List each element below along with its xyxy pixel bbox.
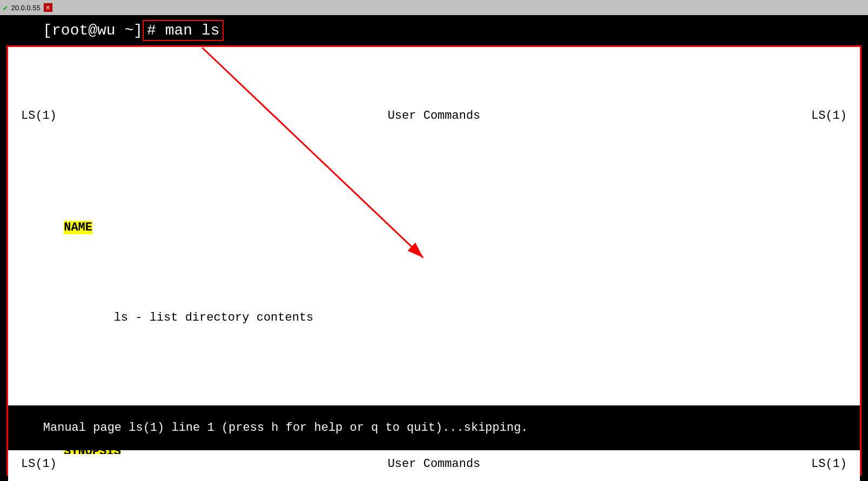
name-description: ls - list directory contents (21, 293, 847, 344)
header-left: LS(1) (21, 107, 57, 125)
title-bar: ✔ 20.0.0.55 ✕ (0, 0, 868, 15)
status-suffix: ...skipping. (442, 421, 528, 435)
footer-right: LS(1) (811, 457, 847, 471)
footer-left: LS(1) (21, 457, 57, 471)
man-header: LS(1) User Commands LS(1) (21, 107, 847, 125)
prompt: [root@wu ~] (43, 22, 143, 39)
status-text: Manual page ls(1) line 1 (press h for he… (43, 421, 442, 435)
name-label: NAME (64, 221, 92, 234)
command-box: # man ls (143, 20, 224, 41)
check-icon: ✔ (3, 3, 8, 12)
man-page-container: LS(1) User Commands LS(1) NAME ls - list… (6, 45, 862, 476)
name-section: NAME (21, 202, 847, 254)
header-center: User Commands (388, 107, 481, 125)
header-right: LS(1) (811, 107, 847, 125)
footer-center: User Commands (388, 457, 481, 471)
version-text: 20.0.0.55 (11, 4, 40, 12)
status-bar: Manual page ls(1) line 1 (press h for he… (8, 405, 860, 450)
close-button[interactable]: ✕ (44, 3, 52, 12)
terminal-area: [root@wu ~]# man ls (0, 15, 868, 45)
man-footer: LS(1) User Commands LS(1) (8, 454, 860, 474)
